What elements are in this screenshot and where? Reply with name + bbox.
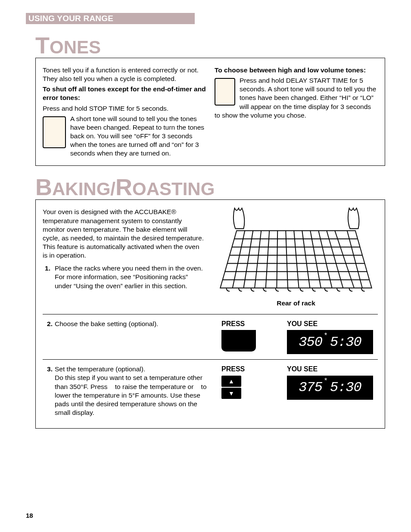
svg-line-9 — [266, 231, 270, 288]
steps-table: 2. Choose the bake setting (optional). P… — [43, 314, 378, 423]
tones-right-column: To choose between high and low volume to… — [215, 64, 378, 159]
oven-display: 375 5:30 — [287, 376, 373, 400]
bake-button-icon — [221, 330, 256, 352]
baking-heading: BAKING/ROASTING — [35, 178, 385, 199]
svg-line-7 — [243, 231, 253, 288]
svg-line-18 — [347, 231, 362, 288]
heading-initial: R — [115, 174, 132, 200]
temp-down-button-icon: ▼ — [221, 388, 241, 399]
oven-display: 350 5:30 — [287, 330, 373, 354]
step-3-body: Do this step if you want to set a temper… — [55, 373, 213, 417]
svg-line-12 — [294, 231, 299, 288]
step-1: 1. Place the racks where you need them i… — [43, 264, 206, 290]
heading-initial: B — [35, 174, 52, 200]
svg-line-11 — [286, 231, 288, 288]
display-time: 5:30 — [330, 379, 361, 397]
step-number: 1. — [43, 264, 50, 290]
heading-rest: ONES — [50, 37, 101, 57]
yousee-label: YOU SEE — [287, 320, 377, 329]
step-2-row: 2. Choose the bake setting (optional). P… — [43, 314, 378, 360]
heading-part: AKING — [52, 179, 110, 199]
tones-shutoff-body: A short tone will sound to tell you the … — [43, 115, 206, 158]
stop-time-button-icon — [43, 116, 66, 148]
step-1-body: For more information, see “Positioning r… — [55, 273, 206, 290]
step-3-title: Set the temperature (optional). — [55, 365, 213, 373]
baking-box: Your oven is designed with the ACCUBAKE®… — [35, 199, 385, 429]
tones-shutoff-action: Press and hold STOP TIME for 5 seconds. — [43, 104, 206, 113]
tones-intro: Tones tell you if a function is entered … — [43, 66, 206, 83]
temp-up-button-icon: ▲ — [221, 376, 241, 387]
section-header: USING YOUR RANGE — [26, 13, 195, 24]
oven-rack-illustration — [214, 206, 378, 296]
heading-rest: OASTING — [132, 179, 215, 199]
delay-start-button-icon — [215, 78, 235, 106]
svg-line-15 — [318, 231, 332, 288]
display-temp: 375 — [299, 379, 322, 397]
rack-illustration-column: Rear of rack — [214, 206, 378, 308]
yousee-label: YOU SEE — [287, 365, 377, 374]
step-1-title: Place the racks where you need them in t… — [55, 264, 206, 273]
tones-left-column: Tones tell you if a function is entered … — [43, 64, 206, 159]
svg-line-13 — [302, 231, 310, 288]
tones-box: Tones tell you if a function is entered … — [35, 58, 385, 166]
tones-volume-heading: To choose between high and low volume to… — [215, 66, 378, 75]
display-time: 5:30 — [330, 333, 361, 352]
step-number: 2. — [43, 314, 54, 360]
svg-line-17 — [335, 231, 354, 288]
press-label: PRESS — [221, 365, 286, 374]
page-number: 18 — [26, 512, 33, 519]
rack-caption: Rear of rack — [214, 299, 378, 308]
tones-shutoff-heading: To shut off all tones except for the end… — [43, 85, 206, 102]
tones-heading: TONES — [35, 36, 385, 58]
svg-line-8 — [255, 231, 261, 288]
baking-intro: Your oven is designed with the ACCUBAKE®… — [43, 208, 206, 260]
step-3-row: 3. Set the temperature (optional). Do th… — [43, 360, 378, 422]
baking-left-column: Your oven is designed with the ACCUBAKE®… — [43, 206, 206, 308]
svg-line-10 — [277, 231, 277, 288]
svg-line-14 — [310, 231, 321, 288]
step-2-title: Choose the bake setting (optional). — [54, 314, 221, 360]
press-label: PRESS — [221, 320, 286, 329]
display-temp: 350 — [299, 333, 322, 352]
svg-line-16 — [327, 231, 343, 288]
tones-volume-body: Press and hold DELAY START TIME for 5 se… — [215, 76, 378, 120]
heading-slash: / — [110, 179, 115, 199]
heading-initial: T — [35, 32, 50, 58]
step-number: 3. — [43, 360, 54, 422]
